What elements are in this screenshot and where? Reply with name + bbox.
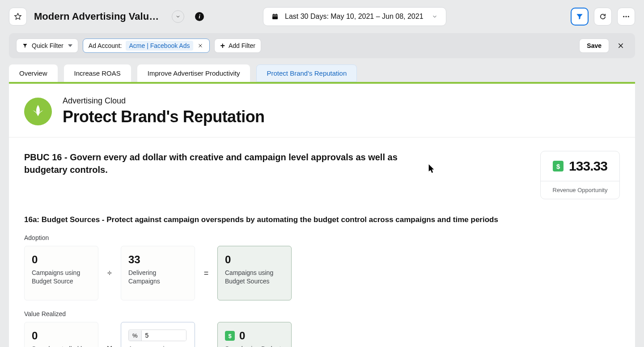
tab-overview[interactable]: Overview [9, 64, 58, 82]
svg-point-4 [623, 16, 624, 17]
svg-point-5 [626, 16, 627, 17]
metric-spend-controlled: 0 Spend controlled by Budget Sources [24, 322, 98, 347]
svg-rect-2 [274, 13, 274, 15]
remove-filter-button[interactable] [197, 43, 204, 48]
svg-point-6 [628, 16, 629, 17]
chevron-down-icon [432, 13, 438, 20]
main-panel: Advertising Cloud Protect Brand's Reputa… [9, 82, 635, 347]
plus-icon: + [220, 42, 225, 50]
metric-value: 33 [128, 253, 187, 266]
dollar-badge: $ [225, 331, 235, 341]
metric-campaigns-using-budget-source: 0 Campaigns using Budget Source [24, 246, 98, 300]
metric-value: 0 [32, 253, 91, 266]
metric-campaigns-using-budget-sources-result: 0 Campaigns using Budget Sources [217, 246, 292, 300]
more-icon [622, 13, 630, 21]
operator-divide: ÷ [106, 246, 113, 300]
filter-button[interactable] [571, 8, 589, 26]
tab-improve-productivity[interactable]: Improve Advertiser Productivity [137, 64, 250, 82]
more-button[interactable] [617, 8, 635, 26]
add-filter-label: Add Filter [229, 42, 255, 49]
metric-label: Spend controlled by Budget Sources [32, 345, 91, 347]
add-filter-button[interactable]: + Add Filter [214, 39, 261, 53]
dollar-badge: $ [553, 161, 564, 171]
revenue-value: 133.33 [569, 159, 607, 174]
metric-label: Delivering Campaigns [128, 269, 187, 286]
revenue-label: Revenue Opportunity [541, 181, 619, 199]
star-icon [14, 13, 22, 21]
ad-account-chip[interactable]: Ad Account: Acme | Facebook Ads [83, 39, 210, 53]
ad-account-value: Acme | Facebook Ads [126, 41, 194, 51]
revenue-opportunity-card: $ 133.33 Revenue Opportunity [540, 151, 620, 199]
refresh-icon [599, 13, 607, 21]
section-16a-heading: 16a: Budget Sources - Protect against ca… [24, 215, 620, 224]
tab-protect-brand[interactable]: Protect Brand's Reputation [256, 64, 357, 82]
metric-label: Saved using Budget Sources [225, 345, 284, 347]
svg-rect-3 [276, 13, 276, 15]
metric-label: Campaigns using Budget Source [32, 269, 91, 286]
metric-delivering-campaigns: 33 Delivering Campaigns [121, 246, 195, 300]
close-filterbar-button[interactable] [614, 40, 628, 51]
metric-label: Campaigns using Budget Sources [225, 269, 284, 286]
value-realized-label: Value Realized [24, 310, 620, 317]
percent-symbol: % [129, 330, 142, 341]
chevron-down-icon [175, 14, 181, 19]
operator-equals: = [203, 246, 209, 300]
operator-equals: = [203, 322, 209, 347]
tab-increase-roas[interactable]: Increase ROAS [64, 64, 131, 82]
value-realized-row: 0 Spend controlled by Budget Sources X %… [24, 322, 620, 347]
quick-filter-label: Quick Filter [32, 42, 64, 49]
metric-value: 0 [32, 330, 91, 342]
close-icon [617, 42, 624, 49]
metric-label: Average savings [128, 345, 187, 347]
metric-value: 0 [239, 330, 245, 342]
pbuc-headline: PBUC 16 - Govern every ad dollar with cr… [24, 151, 436, 176]
close-icon [198, 43, 203, 48]
caret-down-icon [68, 44, 72, 47]
quick-filter-chip[interactable]: Quick Filter [16, 39, 78, 53]
save-button[interactable]: Save [579, 39, 609, 53]
calendar-icon [271, 13, 279, 20]
star-button[interactable] [9, 8, 27, 26]
filter-bar: Quick Filter Ad Account: Acme | Facebook… [9, 33, 635, 58]
svg-rect-0 [272, 14, 278, 19]
adoption-label: Adoption [24, 234, 620, 241]
metric-saved-using-budget-sources: $ 0 Saved using Budget Sources [217, 322, 292, 347]
panel-subtitle: Advertising Cloud [63, 96, 265, 106]
metric-value: 0 [225, 253, 284, 266]
filter-icon [576, 13, 584, 21]
operator-multiply: X [106, 322, 113, 347]
date-range-label: Last 30 Days: May 10, 2021 – Jun 08, 202… [285, 13, 424, 21]
sprinklr-icon [29, 102, 47, 121]
date-range-picker[interactable]: Last 30 Days: May 10, 2021 – Jun 08, 202… [263, 7, 446, 26]
adoption-row: 0 Campaigns using Budget Source ÷ 33 Del… [24, 246, 620, 300]
panel-title: Protect Brand's Reputation [63, 107, 265, 126]
refresh-button[interactable] [594, 8, 612, 26]
metric-average-savings: % Average savings [121, 322, 195, 347]
filter-icon [22, 43, 28, 49]
ad-account-label: Ad Account: [89, 42, 122, 49]
svg-rect-1 [272, 16, 278, 16]
page-title: Modern Advertising Value Realizati… [34, 11, 164, 22]
info-button[interactable]: i [195, 12, 204, 21]
title-dropdown[interactable] [172, 10, 184, 23]
average-savings-input[interactable] [142, 330, 186, 341]
brand-logo [24, 98, 52, 125]
